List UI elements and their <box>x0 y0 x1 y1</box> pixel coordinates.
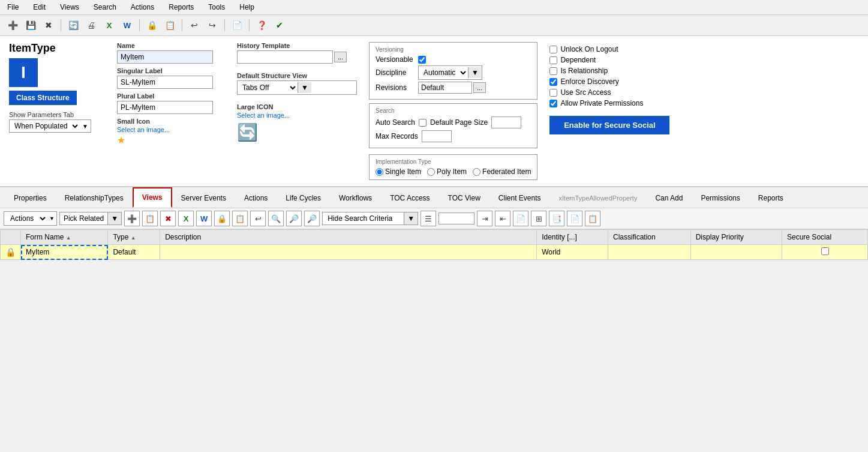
tab-client-events[interactable]: Client Events <box>489 188 550 207</box>
lock-row-button[interactable]: 🔒 <box>214 211 230 226</box>
delete-button[interactable]: ✖ <box>41 17 56 33</box>
tab-actions[interactable]: Actions <box>235 188 277 207</box>
search-prev-button[interactable]: 🔎 <box>286 211 302 226</box>
search-criteria-arrow[interactable]: ▼ <box>404 212 418 224</box>
large-icon-link[interactable]: Select an image... <box>237 112 357 119</box>
default-page-size-input[interactable] <box>491 116 521 128</box>
single-item-radio[interactable] <box>376 168 383 176</box>
dependent-checkbox[interactable] <box>549 56 557 64</box>
view-toggle-button[interactable]: ☰ <box>421 211 436 226</box>
plural-input[interactable] <box>117 101 213 114</box>
enforce-discovery-checkbox[interactable] <box>549 78 557 86</box>
name-input[interactable] <box>117 50 213 64</box>
tab-relationship-types[interactable]: RelationshipTypes <box>56 188 133 207</box>
menu-reports[interactable]: Reports <box>166 2 196 13</box>
is-relationship-checkbox[interactable] <box>549 67 557 75</box>
menu-actions[interactable]: Actions <box>128 2 157 13</box>
max-records-input[interactable] <box>422 130 452 142</box>
pick-related-arrow[interactable]: ▼ <box>107 212 121 224</box>
discipline-arrow[interactable]: ▼ <box>468 67 482 78</box>
when-populated-dropdown[interactable]: When Populated Always Never ▼ <box>9 119 91 133</box>
copy2-button[interactable]: 📄 <box>567 211 582 226</box>
row-display-priority-cell[interactable] <box>690 245 782 260</box>
menu-tools[interactable]: Tools <box>206 2 227 13</box>
redo-button[interactable]: ↪ <box>205 17 220 33</box>
tab-toc-view[interactable]: TOC View <box>439 188 489 207</box>
federated-item-radio[interactable] <box>473 168 480 176</box>
pick-related-button[interactable]: Pick Related ▼ <box>59 212 122 225</box>
tab-toc-access[interactable]: TOC Access <box>381 188 438 207</box>
actions-dropdown[interactable]: Actions ▼ <box>4 211 57 226</box>
lock-button[interactable]: 🔒 <box>144 17 160 33</box>
export-excel-button[interactable]: X <box>178 211 194 226</box>
when-populated-select[interactable]: When Populated Always Never <box>10 120 80 132</box>
versionable-checkbox[interactable] <box>418 56 426 64</box>
small-icon-link[interactable]: Select an image... <box>117 126 225 133</box>
enable-secure-social-button[interactable]: Enable for Secure Social <box>549 116 669 134</box>
history-dots-button[interactable]: ... <box>334 52 347 62</box>
tab-reports[interactable]: Reports <box>749 188 792 207</box>
revisions-input[interactable] <box>418 82 472 94</box>
federated-item-radio-label[interactable]: Federated Item <box>473 167 531 176</box>
use-src-access-checkbox[interactable] <box>549 89 557 97</box>
copy-row-button[interactable]: 📋 <box>142 211 158 226</box>
copy-button[interactable]: 📄 <box>229 17 245 33</box>
search-field-input[interactable] <box>438 212 474 224</box>
menu-file[interactable]: File <box>5 2 21 13</box>
col-header-display-priority[interactable]: Display Priority <box>690 230 782 245</box>
secure-social-checkbox[interactable] <box>821 247 829 255</box>
unlock-on-logout-checkbox[interactable] <box>549 46 557 53</box>
word-button[interactable]: W <box>119 17 135 33</box>
tab-permissions[interactable]: Permissions <box>692 188 749 207</box>
report-button[interactable]: 📑 <box>549 211 564 226</box>
poly-item-radio-label[interactable]: Poly Item <box>427 167 467 176</box>
menu-views[interactable]: Views <box>58 2 82 13</box>
clipboard-button[interactable]: 📋 <box>162 17 178 33</box>
revisions-dots-button[interactable]: ... <box>473 82 486 93</box>
help-button[interactable]: ❓ <box>254 17 269 33</box>
col-header-classification[interactable]: Classification <box>608 230 691 245</box>
structure-select[interactable]: Tabs Off Tabs On <box>238 81 298 94</box>
tab-xitem-allowed[interactable]: xItemTypeAllowedProperty <box>550 189 647 206</box>
row-form-name-cell[interactable]: MyItem <box>21 245 108 260</box>
menu-help[interactable]: Help <box>237 2 257 13</box>
actions-select[interactable]: Actions <box>4 212 47 225</box>
row-identity-cell[interactable]: World <box>537 245 608 260</box>
auto-search-checkbox[interactable] <box>419 119 427 127</box>
paste-button[interactable]: 📋 <box>585 211 600 226</box>
grid-button[interactable]: ⊞ <box>531 211 546 226</box>
tab-workflows[interactable]: Workflows <box>330 188 381 207</box>
singular-input[interactable] <box>117 76 213 89</box>
export-word-button[interactable]: W <box>196 211 212 226</box>
discipline-select[interactable]: Automatic Manual <box>419 66 468 79</box>
tab-views[interactable]: Views <box>133 187 172 208</box>
table-row[interactable]: 🔒 MyItem Default World <box>1 245 868 260</box>
single-item-radio-label[interactable]: Single Item <box>376 167 421 176</box>
undo-button[interactable]: ↩ <box>187 17 202 33</box>
row-secure-social-cell[interactable] <box>782 245 868 260</box>
page-button[interactable]: 📄 <box>513 211 528 226</box>
col-header-secure-social[interactable]: Secure Social <box>782 230 868 245</box>
search-next-button[interactable]: 🔎 <box>304 211 320 226</box>
indent-button[interactable]: ⇥ <box>477 211 492 226</box>
search-row-button[interactable]: 🔍 <box>268 211 284 226</box>
outdent-button[interactable]: ⇤ <box>495 211 510 226</box>
col-header-identity[interactable]: Identity [...] <box>537 230 608 245</box>
hide-search-criteria-button[interactable]: Hide Search Criteria ▼ <box>322 212 418 225</box>
tab-server-events[interactable]: Server Events <box>172 188 235 207</box>
add-icon-button[interactable]: ➕ <box>124 211 140 226</box>
structure-dropdown-arrow[interactable]: ▼ <box>298 82 311 93</box>
col-header-type[interactable]: Type ▲ <box>108 230 160 245</box>
clipboard-row-button[interactable]: 📋 <box>232 211 248 226</box>
history-input[interactable] <box>237 50 333 64</box>
menu-search[interactable]: Search <box>91 2 119 13</box>
allow-private-permissions-checkbox[interactable] <box>549 100 557 107</box>
col-header-description[interactable]: Description <box>160 230 537 245</box>
undo-row-button[interactable]: ↩ <box>250 211 266 226</box>
class-structure-button[interactable]: Class Structure <box>9 91 77 105</box>
row-description-cell[interactable] <box>160 245 537 260</box>
tab-life-cycles[interactable]: Life Cycles <box>277 188 330 207</box>
delete-row-button[interactable]: ✖ <box>160 211 176 226</box>
discipline-dropdown[interactable]: Automatic Manual ▼ <box>418 65 482 80</box>
poly-item-radio[interactable] <box>427 168 435 176</box>
